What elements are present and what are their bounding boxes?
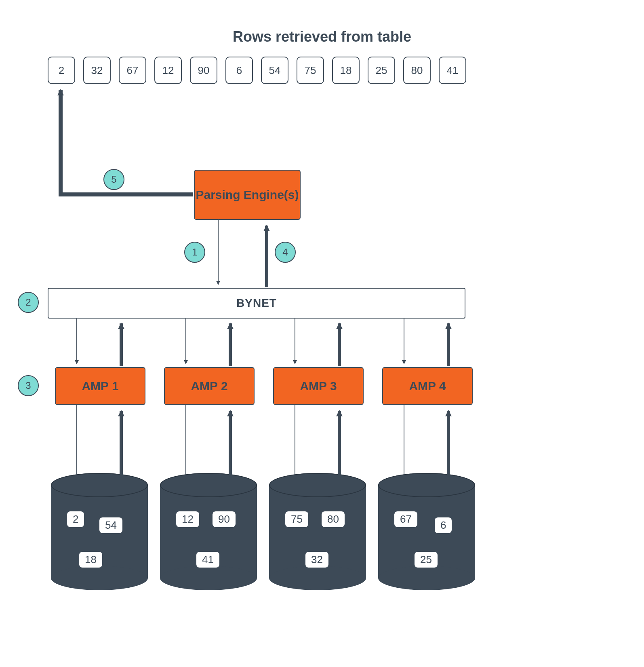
storage-value: 6 bbox=[435, 517, 452, 533]
bynet-label: BYNET bbox=[236, 297, 277, 310]
row-value-box: 80 bbox=[403, 57, 431, 84]
storage-value: 2 bbox=[67, 511, 84, 527]
amp-1-box: AMP 1 bbox=[55, 367, 145, 405]
row-value-box: 25 bbox=[368, 57, 395, 84]
row-value-box: 75 bbox=[297, 57, 324, 84]
storage-value: 90 bbox=[213, 511, 236, 527]
step-3-circle: 3 bbox=[18, 375, 39, 396]
storage-value: 18 bbox=[79, 552, 102, 568]
step-2-circle: 2 bbox=[18, 292, 39, 313]
storage-cylinder-4: 67 6 25 bbox=[378, 473, 475, 590]
row-value-box: 32 bbox=[83, 57, 111, 84]
storage-cylinder-3: 75 80 32 bbox=[269, 473, 366, 590]
row-value-box: 41 bbox=[439, 57, 466, 84]
amp-label: AMP 3 bbox=[300, 379, 337, 393]
step-5-circle: 5 bbox=[103, 169, 124, 190]
storage-value: 75 bbox=[285, 511, 308, 527]
row-value-box: 18 bbox=[332, 57, 360, 84]
storage-value: 12 bbox=[176, 511, 199, 527]
storage-cylinder-2: 12 90 41 bbox=[160, 473, 257, 590]
amp-label: AMP 1 bbox=[82, 379, 118, 393]
storage-value: 54 bbox=[99, 517, 122, 533]
amp-2-box: AMP 2 bbox=[164, 367, 255, 405]
parsing-engine-label: Parsing Engine(s) bbox=[196, 188, 299, 202]
row-value-box: 2 bbox=[48, 57, 75, 84]
step-1-circle: 1 bbox=[184, 242, 205, 263]
diagram-title: Rows retrieved from table bbox=[0, 28, 644, 45]
row-value-box: 6 bbox=[225, 57, 253, 84]
storage-cylinder-1: 2 54 18 bbox=[51, 473, 148, 590]
storage-value: 32 bbox=[305, 552, 328, 568]
step-4-circle: 4 bbox=[275, 242, 296, 263]
amp-4-box: AMP 4 bbox=[382, 367, 473, 405]
storage-value: 80 bbox=[322, 511, 345, 527]
row-value-box: 54 bbox=[261, 57, 288, 84]
amp-label: AMP 2 bbox=[191, 379, 227, 393]
row-value-box: 90 bbox=[190, 57, 217, 84]
row-value-box: 67 bbox=[119, 57, 146, 84]
storage-value: 67 bbox=[394, 511, 417, 527]
storage-value: 41 bbox=[196, 552, 219, 568]
row-value-box: 12 bbox=[154, 57, 182, 84]
amp-label: AMP 4 bbox=[409, 379, 446, 393]
parsing-engine-box: Parsing Engine(s) bbox=[194, 170, 301, 220]
bynet-box: BYNET bbox=[48, 288, 465, 319]
storage-value: 25 bbox=[415, 552, 438, 568]
amp-3-box: AMP 3 bbox=[273, 367, 364, 405]
